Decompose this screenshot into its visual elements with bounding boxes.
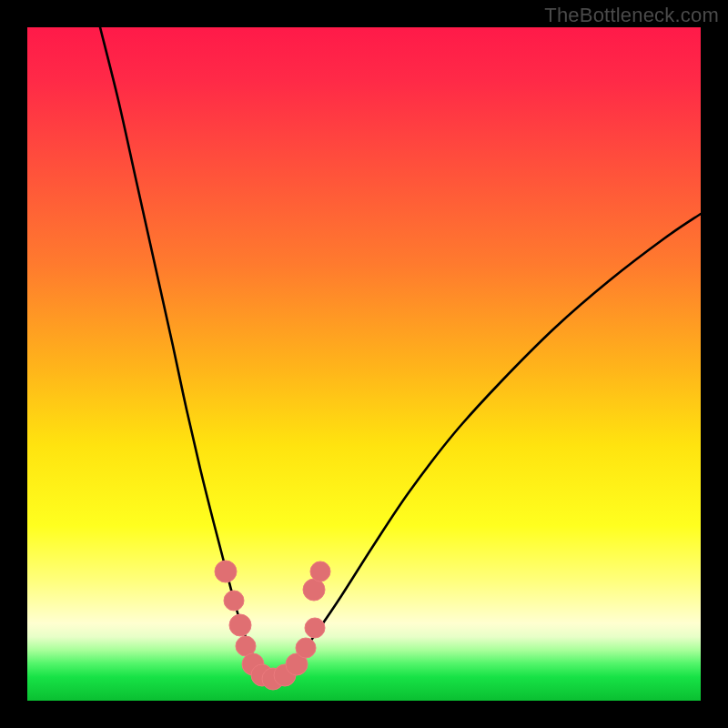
- curve-marker: [215, 561, 237, 582]
- plot-svg: [27, 27, 701, 701]
- gradient-background: [27, 27, 701, 701]
- curve-marker: [229, 614, 251, 636]
- curve-marker: [296, 638, 316, 658]
- curve-marker: [224, 591, 244, 611]
- watermark-label: TheBottleneck.com: [544, 4, 719, 27]
- chart-frame: TheBottleneck.com: [0, 0, 728, 728]
- plot-area: [27, 27, 701, 701]
- curve-marker: [303, 579, 325, 601]
- curve-marker: [310, 561, 330, 581]
- curve-marker: [305, 618, 325, 638]
